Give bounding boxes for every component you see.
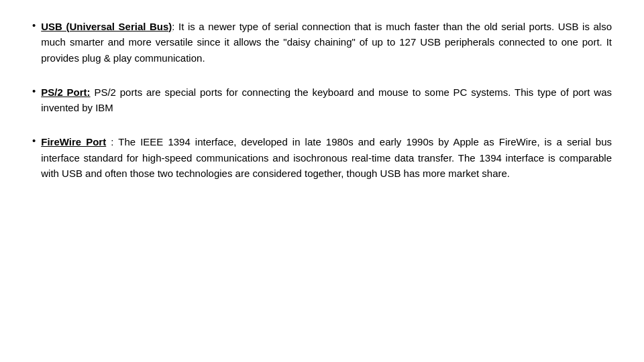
bullet-text-ps2: PS/2 Port: PS/2 ports are special ports … xyxy=(41,84,612,116)
bullet-text-usb: USB (Universal Serial Bus): It is a newe… xyxy=(41,19,612,66)
bullet-item-firewire: •FireWire Port : The IEEE 1394 interface… xyxy=(32,134,612,181)
term-usb: USB (Universal Serial Bus) xyxy=(41,21,172,32)
term-ps2: PS/2 Port: xyxy=(41,86,90,98)
term-firewire: FireWire Port xyxy=(41,136,106,147)
bullet-symbol-ps2: • xyxy=(32,85,36,97)
bullet-item-usb: •USB (Universal Serial Bus): It is a new… xyxy=(32,19,612,66)
bullet-symbol-usb: • xyxy=(32,19,36,31)
page-content: •USB (Universal Serial Bus): It is a new… xyxy=(0,0,644,362)
bullet-text-firewire: FireWire Port : The IEEE 1394 interface,… xyxy=(41,134,612,181)
bullet-item-ps2: •PS/2 Port: PS/2 ports are special ports… xyxy=(32,84,612,116)
bullet-symbol-firewire: • xyxy=(32,135,36,146)
